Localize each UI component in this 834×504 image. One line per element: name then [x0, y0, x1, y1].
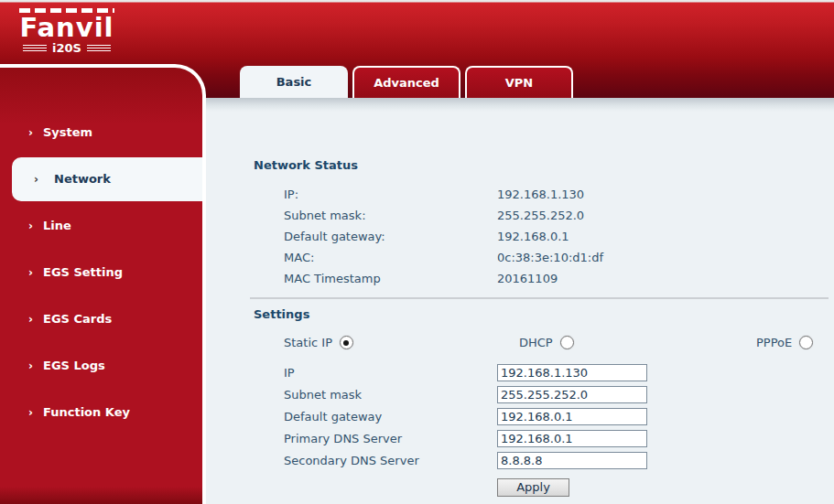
page: Fanvil i20S Basic Advanced VPN › System: [0, 0, 834, 504]
sidebar-item-system: › System: [0, 109, 202, 155]
fanvil-logo: Fanvil i20S: [13, 8, 121, 54]
sidebar-item-egs-setting-link[interactable]: › EGS Setting: [0, 251, 202, 295]
sidebar-item-line: › Line: [0, 202, 202, 249]
field-label: Secondary DNS Server: [284, 454, 497, 467]
sidebar-item-label: EGS Cards: [43, 312, 112, 326]
logo-model-row: i20S: [13, 42, 121, 54]
static-ip-label: Static IP: [284, 336, 332, 349]
field-row-gateway: Default gateway: [254, 408, 829, 424]
status-label: MAC Timestamp: [284, 272, 497, 285]
tab-advanced-label: Advanced: [374, 76, 439, 90]
status-label: Default gateway:: [284, 230, 497, 243]
sidebar-item-egs-logs: › EGS Logs: [0, 342, 202, 389]
tab-vpn[interactable]: VPN: [465, 66, 573, 98]
logo-brand-text: Fanvil: [13, 14, 121, 41]
logo-model-text: i20S: [52, 42, 81, 54]
sidebar-item-egs-setting: › EGS Setting: [0, 249, 202, 295]
chevron-right-icon: ›: [28, 126, 41, 139]
status-row-mac-timestamp: MAC Timestamp 20161109: [254, 268, 829, 289]
chevron-right-icon: ›: [28, 266, 41, 279]
dhcp-label: DHCP: [519, 336, 553, 349]
sidebar-item-system-link[interactable]: › System: [0, 111, 202, 155]
ip-input[interactable]: [497, 364, 647, 381]
status-row-gateway: Default gateway: 192.168.0.1: [254, 226, 829, 247]
chevron-right-icon: ›: [28, 313, 41, 326]
logo-rule-right: [87, 45, 111, 51]
tab-advanced[interactable]: Advanced: [352, 66, 460, 98]
settings-section: Settings Static IP DHCP PPPoE IP Subnet …: [254, 307, 829, 497]
apply-row: Apply: [497, 477, 829, 497]
subnet-mask-input[interactable]: [497, 386, 647, 403]
section-divider: [250, 297, 829, 299]
sidebar-item-label: Function Key: [43, 405, 130, 419]
sidebar-item-egs-logs-link[interactable]: › EGS Logs: [0, 344, 202, 388]
default-gateway-input[interactable]: [497, 408, 647, 425]
status-row-subnet: Subnet mask: 255.255.252.0: [254, 205, 829, 226]
network-status-title: Network Status: [254, 158, 829, 172]
sidebar-menu: › System › Network › Line › EGS Se: [0, 68, 202, 435]
status-value: 20161109: [497, 272, 558, 285]
sidebar-item-egs-cards-link[interactable]: › EGS Cards: [0, 297, 202, 341]
status-value: 255.255.252.0: [497, 209, 584, 222]
sidebar-item-network: › Network: [0, 155, 202, 202]
pppoe-radio-group[interactable]: PPPoE: [756, 336, 813, 349]
field-label: Primary DNS Server: [284, 432, 497, 445]
status-label: IP:: [284, 188, 497, 201]
sidebar-item-label: Line: [43, 219, 71, 232]
field-label: Default gateway: [284, 410, 497, 424]
pppoe-label: PPPoE: [756, 336, 792, 349]
sidebar-item-function-key: › Function Key: [0, 389, 202, 435]
chevron-right-icon: ›: [28, 406, 41, 419]
status-value: 192.168.0.1: [497, 230, 569, 243]
tab-basic-label: Basic: [276, 75, 312, 89]
status-row-mac: MAC: 0c:38:3e:10:d1:df: [254, 247, 829, 268]
pppoe-radio[interactable]: [799, 336, 813, 349]
sidebar-item-line-link[interactable]: › Line: [0, 204, 202, 248]
secondary-dns-input[interactable]: [497, 452, 647, 469]
chevron-right-icon: ›: [28, 220, 41, 232]
chevron-right-icon: ›: [34, 173, 47, 186]
network-status-section: Network Status IP: 192.168.1.130 Subnet …: [254, 158, 829, 289]
sidebar-item-label: EGS Logs: [43, 359, 105, 372]
chevron-right-icon: ›: [28, 359, 41, 372]
status-label: Subnet mask:: [284, 209, 497, 222]
sidebar-item-label: System: [43, 125, 92, 139]
connection-mode-row: Static IP DHCP PPPoE: [254, 336, 829, 356]
field-row-ip: IP: [254, 364, 829, 381]
status-label: MAC:: [284, 251, 497, 264]
status-row-ip: IP: 192.168.1.130: [254, 184, 829, 205]
tab-bar: Basic Advanced VPN: [240, 66, 573, 98]
sidebar-item-function-key-link[interactable]: › Function Key: [0, 391, 202, 434]
settings-fields: IP Subnet mask Default gateway Primary D…: [254, 364, 829, 497]
field-label: IP: [284, 366, 497, 380]
apply-button[interactable]: Apply: [497, 478, 569, 497]
sidebar: › System › Network › Line › EGS Se: [0, 64, 206, 504]
static-ip-radio-group[interactable]: Static IP: [284, 336, 353, 349]
field-label: Subnet mask: [284, 388, 497, 402]
field-row-primary-dns: Primary DNS Server: [254, 430, 829, 446]
field-row-secondary-dns: Secondary DNS Server: [254, 452, 829, 468]
tab-vpn-label: VPN: [505, 76, 533, 90]
sidebar-item-egs-cards: › EGS Cards: [0, 295, 202, 342]
settings-title: Settings: [254, 307, 829, 321]
sidebar-item-label: Network: [54, 172, 111, 186]
tab-basic[interactable]: Basic: [240, 66, 348, 98]
field-row-subnet: Subnet mask: [254, 386, 829, 402]
status-value: 192.168.1.130: [497, 188, 584, 201]
sidebar-item-network-link[interactable]: › Network: [12, 157, 202, 201]
sidebar-item-label: EGS Setting: [43, 265, 123, 279]
status-value: 0c:38:3e:10:d1:df: [497, 251, 603, 264]
dhcp-radio-group[interactable]: DHCP: [519, 336, 574, 349]
dhcp-radio[interactable]: [560, 336, 574, 349]
header-bar: Fanvil i20S: [0, 0, 834, 57]
logo-rule-left: [23, 45, 47, 51]
primary-dns-input[interactable]: [497, 430, 647, 447]
static-ip-radio[interactable]: [340, 336, 353, 349]
